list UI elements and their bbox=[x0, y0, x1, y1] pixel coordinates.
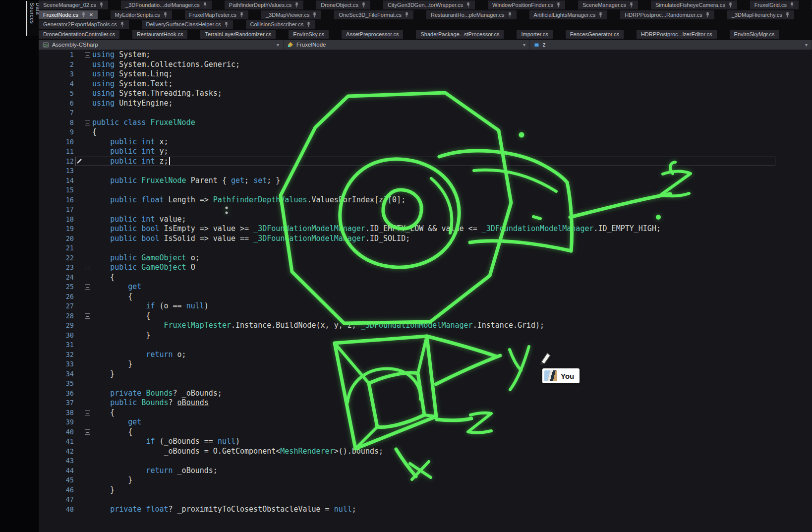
editor-tab--3dmapviewer-cs[interactable]: _3DMapViewer.cs bbox=[261, 10, 321, 19]
editor-tab-artificiallightsmanager-cs[interactable]: ArtificialLightsManager.cs bbox=[529, 10, 608, 19]
editor-tab-windowpositionfinder-cs[interactable]: WindowPositionFinder.cs bbox=[488, 0, 565, 9]
editor-tab-restauranthook-cs[interactable]: RestaurantHook.cs bbox=[132, 30, 188, 39]
code-line-44[interactable]: 44 return _oBounds; bbox=[39, 466, 812, 476]
editor-tab-fencesgenerator-cs[interactable]: FencesGenerator.cs bbox=[566, 30, 624, 39]
member-dropdown[interactable]: z ▾ bbox=[530, 40, 812, 50]
code-line-5[interactable]: 5using System.Threading.Tasks; bbox=[39, 89, 812, 99]
pin-icon[interactable] bbox=[239, 12, 244, 18]
code-line-10[interactable]: 10 public int x; bbox=[39, 137, 812, 147]
editor-tab-generator2exportmaptools-cs[interactable]: Generator2ExportMapTools.cs bbox=[39, 20, 129, 29]
editor-tab-fruxelnode-cs[interactable]: FruxelNode.cs× bbox=[39, 10, 98, 19]
editor-tab-citygen3dgen-torwrapper-cs[interactable]: CityGen3DGen...torWrapper.cs bbox=[383, 0, 475, 9]
code-line-21[interactable]: 21 bbox=[39, 243, 812, 253]
editor-tab-shaderpackage-stprocessor-cs[interactable]: ShaderPackage...stProcessor.cs bbox=[416, 30, 504, 39]
code-line-33[interactable]: 33 } bbox=[39, 359, 812, 369]
editor-tab--3dfoundatio-delmanager-cs[interactable]: _3DFoundatio...delManager.cs bbox=[121, 0, 212, 9]
pin-icon[interactable] bbox=[203, 2, 207, 8]
code-line-1[interactable]: 1–using System; bbox=[39, 50, 812, 60]
code-line-24[interactable]: 24 { bbox=[39, 273, 812, 283]
code-line-41[interactable]: 41 if (_oBounds == null) bbox=[39, 437, 812, 447]
editor-tab-droneobject-cs[interactable]: DroneObject.cs bbox=[316, 0, 370, 9]
editor-tab-myeditorscripts-cs[interactable]: MyEditorScripts.cs bbox=[111, 10, 172, 19]
close-icon[interactable]: × bbox=[89, 11, 93, 18]
code-line-29[interactable]: 29 FruxelMapTester.Instance.BuildNode(x,… bbox=[39, 321, 812, 331]
pin-icon[interactable] bbox=[790, 2, 794, 8]
code-line-37[interactable]: 37 public Bounds? oBounds bbox=[39, 398, 812, 408]
code-line-48[interactable]: 48 private float? _proximityToClosestObs… bbox=[39, 505, 812, 515]
pin-icon[interactable] bbox=[728, 2, 733, 8]
pin-icon[interactable] bbox=[705, 12, 710, 18]
code-line-23[interactable]: 23– public GameObject O bbox=[39, 263, 812, 273]
code-line-15[interactable]: 15 bbox=[39, 185, 812, 195]
editor-tab-hdrppostproc-izereditor-cs[interactable]: HDRPPostproc...izerEditor.cs bbox=[637, 30, 717, 39]
editor-tab-terrainlayerrandomizer-cs[interactable]: TerrainLayerRandomizer.cs bbox=[200, 30, 276, 39]
code-line-22[interactable]: 22 public GameObject o; bbox=[39, 253, 812, 263]
pin-icon[interactable] bbox=[361, 2, 366, 8]
collapse-icon[interactable]: – bbox=[85, 120, 90, 125]
type-dropdown[interactable]: FruxelNode ▾ bbox=[284, 40, 530, 50]
editor-tab-restaurantho-plemanager-cs[interactable]: RestaurantHo...pleManager.cs bbox=[426, 10, 517, 19]
collapse-icon[interactable]: – bbox=[85, 429, 90, 435]
code-line-12[interactable]: 12 public int z; bbox=[39, 157, 812, 167]
code-line-31[interactable]: 31 bbox=[39, 340, 812, 350]
code-line-27[interactable]: 27 if (o == null) bbox=[39, 301, 812, 311]
editor-tab-envirosky-cs[interactable]: EnviroSky.cs bbox=[289, 30, 329, 39]
code-line-39[interactable]: 39 get bbox=[39, 417, 812, 427]
editor-tab-enviroskymgr-cs[interactable]: EnviroSkyMgr.cs bbox=[730, 30, 779, 39]
code-line-18[interactable]: 18 public int value; bbox=[39, 215, 812, 225]
code-line-26[interactable]: 26 { bbox=[39, 292, 812, 302]
pin-icon[interactable] bbox=[312, 12, 317, 18]
collapse-icon[interactable]: – bbox=[85, 313, 90, 319]
code-line-34[interactable]: 34 } bbox=[39, 369, 812, 379]
code-editor[interactable]: 1–using System;2using System.Collections… bbox=[39, 48, 812, 532]
project-dropdown[interactable]: C# Assembly-CSharp ▾ bbox=[39, 40, 284, 50]
editor-tab-assetpreprocessor-cs[interactable]: AssetPreprocessor.cs bbox=[342, 30, 403, 39]
pin-icon[interactable] bbox=[224, 21, 229, 27]
editor-tab-pathfinderdepthvalues-cs[interactable]: PathfinderDepthValues.cs bbox=[225, 0, 303, 9]
pin-icon[interactable] bbox=[120, 21, 124, 27]
pin-icon[interactable] bbox=[99, 2, 104, 8]
code-line-40[interactable]: 40– { bbox=[39, 427, 812, 437]
code-line-16[interactable]: 16 public float Length => PathfinderDept… bbox=[39, 195, 812, 205]
pin-icon[interactable] bbox=[785, 12, 790, 18]
editor-tab-droneorientationcontroller-cs[interactable]: DroneOrientationController.cs bbox=[39, 30, 119, 39]
pin-icon[interactable] bbox=[405, 12, 409, 18]
editor-tab--3dmaphierarchy-cs[interactable]: _3DMapHierarchy.cs bbox=[727, 10, 794, 19]
pin-icon[interactable] bbox=[629, 2, 634, 8]
collapse-icon[interactable]: – bbox=[85, 52, 90, 58]
code-line-36[interactable]: 36 private Bounds? _oBounds; bbox=[39, 389, 812, 399]
code-line-3[interactable]: 3using System.Linq; bbox=[39, 69, 812, 79]
code-line-46[interactable]: 46 } bbox=[39, 485, 812, 495]
code-line-11[interactable]: 11 public int y; bbox=[39, 147, 812, 157]
code-line-42[interactable]: 42 _oBounds = O.GetComponent<MeshRendere… bbox=[39, 447, 812, 457]
collapse-icon[interactable]: – bbox=[85, 265, 90, 270]
pin-icon[interactable] bbox=[466, 2, 470, 8]
code-line-28[interactable]: 28– { bbox=[39, 311, 812, 321]
code-line-6[interactable]: 6using UnityEngine; bbox=[39, 99, 812, 109]
editor-tab-importer-cs[interactable]: Importer.cs bbox=[517, 30, 552, 39]
code-line-35[interactable]: 35 bbox=[39, 379, 812, 389]
pin-icon[interactable] bbox=[306, 21, 311, 27]
code-line-7[interactable]: 7 bbox=[39, 108, 812, 118]
code-line-13[interactable]: 13 bbox=[39, 166, 812, 176]
code-line-38[interactable]: 38– { bbox=[39, 408, 812, 418]
pin-icon[interactable] bbox=[163, 12, 168, 18]
collapse-icon[interactable]: – bbox=[85, 410, 90, 415]
pin-icon[interactable] bbox=[508, 12, 512, 18]
editor-tab-scenemanager-cs[interactable]: SceneManager.cs bbox=[578, 0, 638, 9]
code-line-30[interactable]: 30 } bbox=[39, 331, 812, 341]
code-line-9[interactable]: 9{ bbox=[39, 127, 812, 137]
code-line-19[interactable]: 19 public bool IsEmpty => value >= _3DFo… bbox=[39, 224, 812, 234]
editor-tab-onesec3d-fileformat-cs[interactable]: OneSec3D_FileFormat.cs bbox=[334, 10, 413, 19]
code-line-47[interactable]: 47 bbox=[39, 495, 812, 505]
code-line-20[interactable]: 20 public bool IsSolid => value == _3DFo… bbox=[39, 234, 812, 244]
code-line-45[interactable]: 45 } bbox=[39, 475, 812, 485]
code-line-25[interactable]: 25– get bbox=[39, 282, 812, 292]
editor-tab-fruxelgrid-cs[interactable]: FruxelGrid.cs bbox=[750, 0, 799, 9]
code-line-8[interactable]: 8–public class FruxelNode bbox=[39, 118, 812, 128]
code-line-4[interactable]: 4using System.Text; bbox=[39, 79, 812, 89]
editor-tab-deliverysurfaceclasshelper-cs[interactable]: DeliverySurfaceClassHelper.cs bbox=[142, 20, 233, 29]
collapse-icon[interactable]: – bbox=[85, 284, 90, 290]
editor-tab-hdrppostproc-randomizer-cs[interactable]: HDRPPostproc...Randomizer.cs bbox=[620, 10, 714, 19]
code-line-32[interactable]: 32 return o; bbox=[39, 350, 812, 360]
